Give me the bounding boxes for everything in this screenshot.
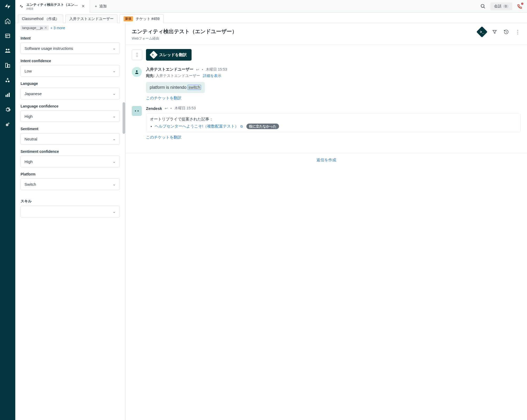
intelligence-icon[interactable]: >_ xyxy=(476,26,487,37)
external-link-icon: ⧉ xyxy=(240,124,243,129)
scrollbar-thumb[interactable] xyxy=(123,102,125,134)
plus-icon: ＋ xyxy=(94,4,98,9)
message-recipient: 宛先: 入井テストエンドユーザー 詳細を表示 xyxy=(146,74,521,78)
platform-label: Platform xyxy=(21,172,120,176)
show-details-link[interactable]: 詳細を表示 xyxy=(203,74,221,78)
reply-icon[interactable]: ↩ xyxy=(196,67,199,72)
svg-point-12 xyxy=(136,70,138,72)
message-actions-button[interactable]: ⋮ xyxy=(132,50,142,60)
language-select[interactable]: Japanese ⌄ xyxy=(21,88,120,99)
translate-ticket-link[interactable]: このチケットを翻訳 xyxy=(146,96,521,101)
organizations-icon[interactable] xyxy=(4,62,11,69)
tab-title: エンティティ検出テスト（エン… xyxy=(26,2,78,7)
svg-rect-3 xyxy=(6,63,7,67)
chevron-down-icon: ⌄ xyxy=(113,136,116,141)
chevron-down-icon: ⌄ xyxy=(113,69,116,73)
autoreply-heading: オートリプライで提案された記事： xyxy=(150,117,517,122)
views-icon[interactable] xyxy=(4,32,11,40)
tab-ticket[interactable]: 新規 チケット #459 xyxy=(120,14,164,23)
translate-icon: >_ xyxy=(149,51,158,59)
language-confidence-select[interactable]: High ⌄ xyxy=(21,110,120,122)
chevron-down-icon: ⌄ xyxy=(113,46,116,51)
user-avatar-icon xyxy=(132,67,142,77)
conversations-label: 会話 xyxy=(494,4,501,9)
message-author: Zendesk xyxy=(146,106,162,111)
overflow-icon[interactable]: ⋮ xyxy=(515,29,521,35)
skill-select[interactable]: ⌄ xyxy=(21,206,120,217)
chevron-down-icon: ⌄ xyxy=(113,159,116,164)
intent-select[interactable]: Software usage instructions ⌄ xyxy=(21,42,120,54)
platform-select[interactable]: Switch ⌄ xyxy=(21,178,120,190)
sentiment-confidence-select[interactable]: High ⌄ xyxy=(21,156,120,167)
search-icon[interactable] xyxy=(478,2,488,11)
entity-highlight[interactable]: switch xyxy=(188,85,201,90)
translate-ticket-link[interactable]: このチケットを翻訳 xyxy=(146,135,521,140)
suggested-article-item: ヘルプセンターへようこそ!（複数配置テスト） ⧉ 役に立たなかった xyxy=(155,124,517,129)
phone-icon[interactable]: ! xyxy=(515,2,524,11)
message-time: 木曜日 15:53 xyxy=(206,67,227,72)
svg-point-5 xyxy=(6,81,7,82)
svg-point-1 xyxy=(6,49,7,50)
message-author: 入井テストエンドユーザー xyxy=(146,67,193,72)
message: 入井テストエンドユーザー ↩ • 木曜日 15:53 宛先: 入井テストエンドユ… xyxy=(132,67,521,101)
tab-organization[interactable]: Classmethod （作成） xyxy=(18,14,63,23)
close-tab-icon[interactable]: ✕ xyxy=(80,4,86,9)
language-confidence-label: Language confidence xyxy=(21,104,120,108)
svg-point-2 xyxy=(8,49,9,50)
discover-icon[interactable] xyxy=(4,121,11,128)
translate-thread-button[interactable]: >_ スレッドを翻訳 xyxy=(146,49,192,61)
intent-label: Intent xyxy=(21,36,120,40)
tab-subtitle: #459 xyxy=(26,7,78,10)
svg-rect-6 xyxy=(8,81,9,82)
add-tab-label: 追加 xyxy=(99,4,107,9)
svg-point-11 xyxy=(481,4,484,7)
add-tab-button[interactable]: ＋ 追加 xyxy=(90,4,111,9)
sentiment-confidence-label: Sentiment confidence xyxy=(21,149,120,154)
conversations-button[interactable]: 会話 0 xyxy=(490,2,512,10)
alert-badge-icon: ! xyxy=(521,2,524,5)
bot-avatar-icon xyxy=(132,106,142,116)
history-icon[interactable] xyxy=(503,29,509,35)
message-time: 木曜日 15:53 xyxy=(174,106,196,111)
svg-rect-7 xyxy=(6,95,7,97)
admin-icon[interactable] xyxy=(4,106,11,113)
context-tabs: Classmethod （作成） 入井テストエンドユーザー 新規 チケット #4… xyxy=(15,13,527,23)
tag-chip[interactable]: language__ja ✕ xyxy=(21,25,49,30)
conversations-count: 0 xyxy=(503,4,509,8)
message-bubble: platform is nintendo switch xyxy=(146,82,205,93)
chevron-down-icon: ⌄ xyxy=(113,182,116,187)
skill-label: スキル xyxy=(21,199,120,204)
unhelpful-badge[interactable]: 役に立たなかった xyxy=(246,124,279,129)
svg-rect-8 xyxy=(7,94,8,97)
chevron-down-icon: ⌄ xyxy=(113,209,116,214)
left-rail xyxy=(0,0,15,420)
ticket-fields-panel: language__ja ✕ + 3 more Intent Software … xyxy=(15,23,125,420)
intent-confidence-select[interactable]: Low ⌄ xyxy=(21,65,120,77)
shapes-icon[interactable] xyxy=(4,76,11,84)
reply-icon[interactable]: ↩ xyxy=(165,106,168,110)
sentiment-select[interactable]: Neutral ⌄ xyxy=(21,133,120,145)
tab-requester[interactable]: 入井テストエンドユーザー xyxy=(65,14,118,23)
svg-rect-9 xyxy=(9,93,10,97)
sentiment-label: Sentiment xyxy=(21,127,120,131)
ticket-via: Webフォーム経由 xyxy=(132,36,237,41)
intent-confidence-label: Intent confidence xyxy=(21,59,120,63)
home-icon[interactable] xyxy=(4,17,11,25)
more-tags-link[interactable]: + 3 more xyxy=(50,26,65,30)
autoreply-box: オートリプライで提案された記事： ヘルプセンターへようこそ!（複数配置テスト） … xyxy=(146,113,521,132)
reports-icon[interactable] xyxy=(4,91,11,99)
remove-tag-icon[interactable]: ✕ xyxy=(44,26,47,30)
zendesk-logo-icon[interactable] xyxy=(4,3,11,10)
svg-rect-0 xyxy=(6,34,10,38)
tabs-bar: エンティティ検出テスト（エン… #459 ✕ ＋ 追加 会話 0 ! xyxy=(15,0,527,13)
customers-icon[interactable] xyxy=(4,47,11,54)
svg-point-10 xyxy=(6,124,8,126)
article-link[interactable]: ヘルプセンターへようこそ!（複数配置テスト） ⧉ xyxy=(155,124,243,129)
compose-reply-button[interactable]: 返信を作成 xyxy=(125,153,527,167)
tab-ticket-label: チケット #459 xyxy=(136,17,160,21)
filter-icon[interactable] xyxy=(492,29,497,35)
ticket-tab[interactable]: エンティティ検出テスト（エン… #459 ✕ xyxy=(15,0,90,13)
chevron-down-icon: ⌄ xyxy=(113,91,116,96)
language-label: Language xyxy=(21,81,120,86)
message: Zendesk ↩ • 木曜日 15:53 オートリプライで提案された記事： xyxy=(132,106,521,140)
